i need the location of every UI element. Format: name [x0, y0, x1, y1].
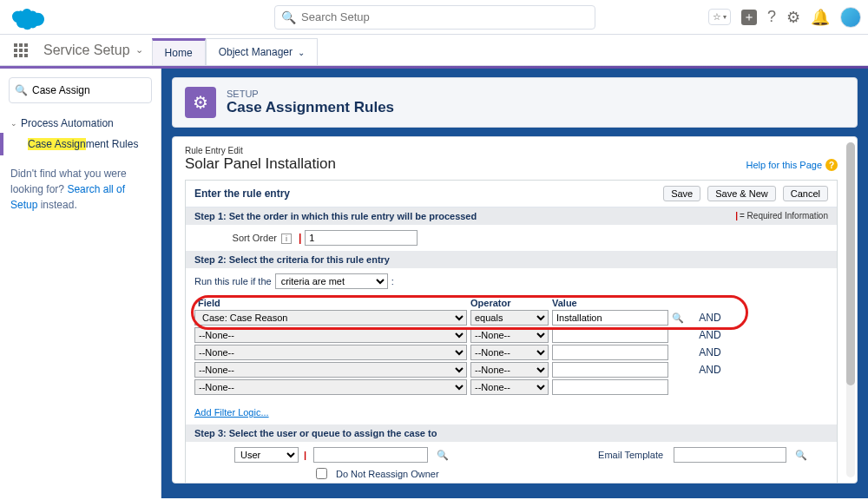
save-button[interactable]: Save — [663, 186, 700, 201]
main-area: ⚙ SETUP Case Assignment Rules Rule Entry… — [161, 69, 868, 498]
chevron-down-icon: ⌄ — [10, 119, 17, 128]
criteria-row: --None-- --None-- 🔍 AND — [194, 362, 828, 378]
col-operator: Operator — [470, 298, 552, 308]
rule-entry-form: Enter the rule entry Save Save & New Can… — [185, 180, 838, 484]
sidebar-not-found: Didn't find what you were looking for? S… — [0, 155, 161, 223]
do-not-reassign-checkbox[interactable] — [316, 468, 327, 479]
add-filter-logic-link[interactable]: Add Filter Logic... — [186, 404, 278, 424]
salesforce-logo — [10, 4, 49, 30]
criteria-operator-select[interactable]: --None-- — [470, 362, 549, 378]
email-template-input[interactable] — [674, 447, 786, 463]
global-actions-button[interactable]: ＋ — [741, 10, 757, 25]
app-launcher-button[interactable] — [7, 35, 35, 65]
search-icon: 🔍 — [15, 84, 28, 96]
and-label: AND — [684, 364, 736, 376]
assign-to-input[interactable] — [313, 447, 428, 463]
lookup-icon[interactable]: 🔍 — [795, 449, 807, 461]
quick-find-input[interactable] — [9, 77, 152, 103]
criteria-field-select[interactable]: --None-- — [194, 327, 467, 343]
criteria-operator-select[interactable]: --None-- — [470, 327, 549, 343]
criteria-value-input[interactable] — [552, 310, 668, 326]
gear-icon: ⚙ — [185, 87, 216, 118]
scrollbar-thumb[interactable] — [846, 142, 855, 385]
and-label: AND — [684, 329, 736, 341]
col-field: Field — [194, 298, 470, 308]
criteria-value-input[interactable] — [552, 327, 668, 343]
criteria-field-select[interactable]: --None-- — [194, 362, 467, 378]
search-icon: 🔍 — [281, 10, 296, 24]
content-panel: Rule Entry Edit Solar Panel Installation… — [172, 136, 858, 484]
sidebar: 🔍 ⌄ Process Automation Case Assignment R… — [0, 69, 161, 498]
chevron-down-icon[interactable]: ⌄ — [135, 44, 143, 56]
app-name: Service Setup ⌄ — [35, 35, 152, 65]
eyebrow: SETUP — [227, 89, 394, 99]
do-not-reassign-label: Do Not Reassign Owner — [336, 469, 439, 479]
run-rule-select[interactable]: criteria are met — [275, 273, 388, 289]
email-template-label: Email Template — [598, 450, 663, 460]
criteria-row: --None-- --None-- 🔍 AND — [194, 345, 828, 360]
help-icon: ? — [825, 159, 838, 171]
criteria-row: --None-- --None-- 🔍 AND — [194, 327, 828, 343]
criteria-table: Field Operator Value Case: Case Reason e… — [186, 294, 837, 404]
criteria-row: --None-- --None-- — [194, 379, 828, 395]
criteria-field-select[interactable]: Case: Case Reason — [194, 310, 467, 326]
lookup-icon[interactable]: 🔍 — [437, 449, 449, 461]
page-title: Case Assignment Rules — [227, 99, 394, 116]
criteria-value-input[interactable] — [552, 345, 668, 360]
header-actions: ☆▾ ＋ ? ⚙ 🔔 — [708, 7, 861, 28]
criteria-value-input[interactable] — [552, 379, 668, 395]
section-title: Enter the rule entry — [194, 188, 290, 200]
waffle-icon — [14, 43, 28, 57]
page-body: 🔍 ⌄ Process Automation Case Assignment R… — [0, 69, 868, 498]
info-icon[interactable]: i — [281, 234, 292, 244]
criteria-operator-select[interactable]: equals — [470, 310, 549, 326]
and-label: AND — [684, 346, 736, 359]
cancel-button[interactable]: Cancel — [783, 186, 828, 201]
run-rule-row: Run this rule if the criteria are met : — [186, 268, 837, 294]
global-search-wrap: 🔍 — [274, 5, 595, 30]
sidebar-item-case-assignment-rules[interactable]: Case Assignment Rules — [0, 133, 161, 155]
setup-page-header: ⚙ SETUP Case Assignment Rules — [172, 77, 858, 128]
and-label: AND — [684, 312, 736, 324]
app-nav-bar: Service Setup ⌄ Home Object Manager⌄ — [0, 35, 868, 66]
favorites-button[interactable]: ☆▾ — [708, 9, 731, 25]
criteria-operator-select[interactable]: --None-- — [470, 345, 549, 360]
step3-bar: Step 3: Select the user or queue to assi… — [186, 424, 837, 442]
save-and-new-button[interactable]: Save & New — [707, 186, 776, 201]
criteria-operator-select[interactable]: --None-- — [470, 379, 549, 395]
tab-home[interactable]: Home — [152, 38, 206, 65]
col-value: Value — [552, 298, 677, 308]
rule-title: Solar Panel Installation — [185, 155, 336, 173]
sort-order-input[interactable] — [305, 230, 418, 246]
quick-find-wrap: 🔍 — [9, 77, 152, 103]
help-for-page-link[interactable]: Help for this Page ? — [746, 159, 838, 171]
criteria-field-select[interactable]: --None-- — [194, 345, 467, 360]
notifications-icon[interactable]: 🔔 — [811, 8, 830, 27]
criteria-field-select[interactable]: --None-- — [194, 379, 467, 395]
tab-object-manager[interactable]: Object Manager⌄ — [206, 38, 318, 65]
criteria-value-input[interactable] — [552, 362, 668, 378]
step1-bar: Step 1: Set the order in which this rule… — [186, 207, 837, 225]
user-avatar[interactable] — [840, 7, 861, 28]
chevron-down-icon: ⌄ — [298, 48, 305, 57]
match-highlight: Case Assign — [28, 138, 86, 150]
criteria-row: Case: Case Reason equals 🔍 AND — [194, 310, 828, 326]
sidebar-section-process-automation[interactable]: ⌄ Process Automation — [0, 114, 161, 133]
global-header: 🔍 ☆▾ ＋ ? ⚙ 🔔 — [0, 0, 868, 35]
assign-type-select[interactable]: User — [234, 447, 299, 463]
help-icon[interactable]: ? — [767, 8, 776, 26]
global-search-input[interactable] — [274, 5, 595, 30]
lookup-icon[interactable]: 🔍 — [672, 312, 684, 324]
step2-bar: Step 2: Select the criteria for this rul… — [186, 251, 837, 268]
breadcrumb: Rule Entry Edit — [185, 146, 838, 155]
sort-order-row: Sort Order i | — [186, 225, 837, 251]
setup-gear-icon[interactable]: ⚙ — [786, 8, 800, 27]
step3-row: User | 🔍 Email Template 🔍 — [186, 442, 837, 468]
